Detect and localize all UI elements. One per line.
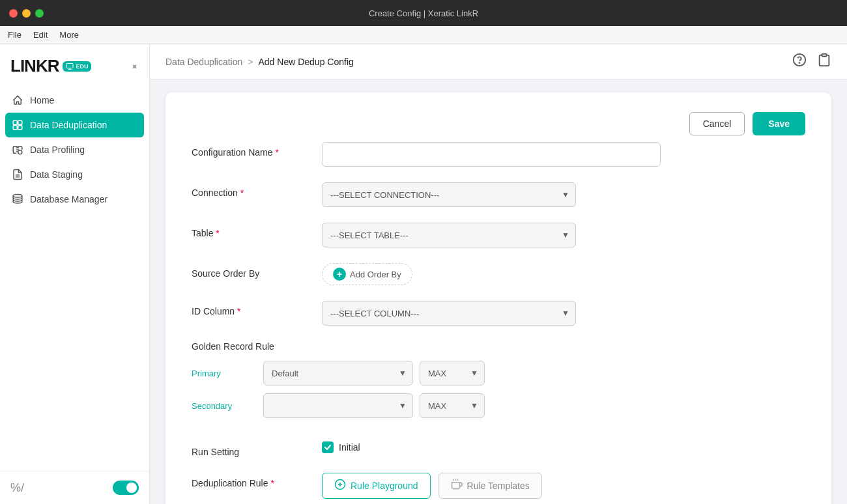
footer-icon: %/: [10, 481, 24, 495]
profiling-icon: [12, 144, 23, 156]
maximize-button[interactable]: [35, 9, 44, 18]
source-order-row: Source Order By + Add Order By: [192, 263, 805, 285]
table-select[interactable]: ---SELECT TABLE---: [322, 223, 576, 247]
staging-icon: [12, 169, 23, 180]
source-order-control: + Add Order By: [322, 263, 805, 285]
cancel-button[interactable]: Cancel: [689, 112, 745, 135]
connection-select[interactable]: ---SELECT CONNECTION---: [322, 182, 576, 207]
initial-checkbox[interactable]: [322, 441, 334, 453]
breadcrumb-parent[interactable]: Data Deduplication: [165, 57, 242, 67]
app-layout: LINKR EDU ✦ Home: [0, 44, 847, 504]
edu-icon: [66, 63, 74, 70]
secondary-select[interactable]: [263, 393, 413, 418]
primary-select-wrapper: Default ▼: [263, 361, 413, 385]
menu-edit[interactable]: Edit: [33, 30, 48, 40]
config-name-label: Configuration Name *: [192, 142, 322, 158]
templates-svg-icon: [451, 479, 463, 490]
primary-select[interactable]: Default: [263, 361, 413, 385]
secondary-select-wrapper: ▼: [263, 393, 413, 418]
sidebar-item-database-manager[interactable]: Database Manager: [0, 187, 149, 212]
sidebar-nav: Home Data Deduplication Data: [0, 84, 149, 471]
svg-rect-11: [822, 54, 826, 57]
window-title: Create Config | Xeratic LinkR: [369, 8, 478, 18]
sidebar-footer: %/: [0, 471, 149, 504]
sidebar-item-data-deduplication[interactable]: Data Deduplication: [5, 113, 144, 137]
run-setting-row: Run Setting Initial: [192, 441, 805, 457]
form-actions: Cancel Save: [689, 112, 805, 135]
db-icon: [12, 193, 23, 205]
topbar-actions: [792, 53, 831, 70]
table-row: Table * ---SELECT TABLE--- ▼: [192, 223, 805, 247]
dedup-rule-control: Rule Playground Rule Temp: [322, 473, 805, 499]
rule-templates-button[interactable]: Rule Templates: [438, 473, 542, 499]
run-setting-label: Run Setting: [192, 441, 322, 457]
breadcrumb: Data Deduplication > Add New Dedup Confi…: [165, 57, 354, 67]
minimize-button[interactable]: [22, 9, 31, 18]
topbar: Data Deduplication > Add New Dedup Confi…: [150, 44, 847, 79]
svg-rect-2: [18, 120, 22, 124]
golden-record-label: Golden Record Rule: [192, 341, 274, 352]
id-column-row: ID Column * ---SELECT COLUMN--- ▼: [192, 301, 805, 326]
primary-max-select[interactable]: MAX: [420, 361, 485, 385]
sidebar-item-home[interactable]: Home: [0, 88, 149, 113]
config-name-input[interactable]: [322, 142, 661, 167]
id-column-select[interactable]: ---SELECT COLUMN---: [322, 301, 576, 326]
svg-rect-3: [13, 126, 17, 130]
dedup-icon: [12, 119, 23, 131]
sidebar: LINKR EDU ✦ Home: [0, 44, 150, 504]
svg-rect-4: [18, 126, 22, 130]
secondary-label: Secondary: [192, 401, 257, 411]
svg-point-5: [18, 150, 22, 154]
table-label: Table *: [192, 223, 322, 238]
sidebar-header: LINKR EDU ✦: [0, 51, 149, 84]
sidebar-item-label-db: Database Manager: [30, 194, 108, 204]
form-header: Cancel Save: [192, 112, 805, 135]
home-icon: [12, 94, 23, 106]
svg-point-10: [799, 63, 800, 63]
connection-label: Connection *: [192, 182, 322, 198]
golden-secondary-row: Secondary ▼ MAX ▼: [192, 393, 485, 418]
dedup-rule-label: Deduplication Rule *: [192, 473, 322, 488]
id-column-control: ---SELECT COLUMN--- ▼: [322, 301, 805, 326]
help-icon[interactable]: [792, 53, 807, 70]
menu-file[interactable]: File: [8, 30, 22, 40]
primary-label: Primary: [192, 369, 257, 378]
checkmark-icon: [324, 443, 332, 451]
window-controls: [9, 9, 44, 18]
titlebar: Create Config | Xeratic LinkR: [0, 0, 847, 26]
logo-area: LINKR EDU: [10, 56, 91, 76]
golden-record-row: Golden Record Rule Primary Default ▼: [192, 341, 805, 426]
logo-text: LINKR: [10, 56, 59, 76]
source-order-label: Source Order By: [192, 263, 322, 279]
sidebar-item-data-staging[interactable]: Data Staging: [0, 162, 149, 187]
sidebar-toggle[interactable]: [113, 481, 139, 495]
connection-select-wrapper: ---SELECT CONNECTION--- ▼: [322, 182, 576, 207]
playground-svg-icon: [334, 479, 346, 490]
clipboard-icon[interactable]: [817, 53, 831, 70]
config-name-row: Configuration Name *: [192, 142, 805, 167]
golden-primary-row: Primary Default ▼ MAX ▼: [192, 361, 485, 385]
form-card: Cancel Save Configuration Name * Connect…: [165, 92, 831, 504]
table-control: ---SELECT TABLE--- ▼: [322, 223, 805, 247]
pin-icon[interactable]: ✦: [128, 60, 141, 73]
svg-point-8: [13, 195, 22, 198]
svg-rect-0: [66, 63, 73, 68]
table-select-wrapper: ---SELECT TABLE--- ▼: [322, 223, 576, 247]
secondary-max-select[interactable]: MAX: [420, 393, 485, 418]
initial-checkbox-row: Initial: [322, 441, 805, 453]
close-button[interactable]: [9, 9, 18, 18]
rule-playground-button[interactable]: Rule Playground: [322, 473, 431, 499]
menu-more[interactable]: More: [59, 30, 79, 40]
sidebar-item-label-home: Home: [30, 95, 54, 105]
sidebar-item-label-dedup: Data Deduplication: [30, 120, 107, 130]
add-order-button[interactable]: + Add Order By: [322, 263, 412, 285]
sidebar-item-data-profiling[interactable]: Data Profiling: [0, 137, 149, 162]
breadcrumb-separator: >: [248, 57, 253, 67]
svg-rect-1: [13, 120, 17, 124]
secondary-max-select-wrapper: MAX ▼: [420, 393, 485, 418]
run-setting-control: Initial: [322, 441, 805, 453]
primary-max-select-wrapper: MAX ▼: [420, 361, 485, 385]
save-button[interactable]: Save: [753, 112, 805, 135]
sidebar-item-label-profiling: Data Profiling: [30, 145, 85, 155]
connection-row: Connection * ---SELECT CONNECTION--- ▼: [192, 182, 805, 207]
